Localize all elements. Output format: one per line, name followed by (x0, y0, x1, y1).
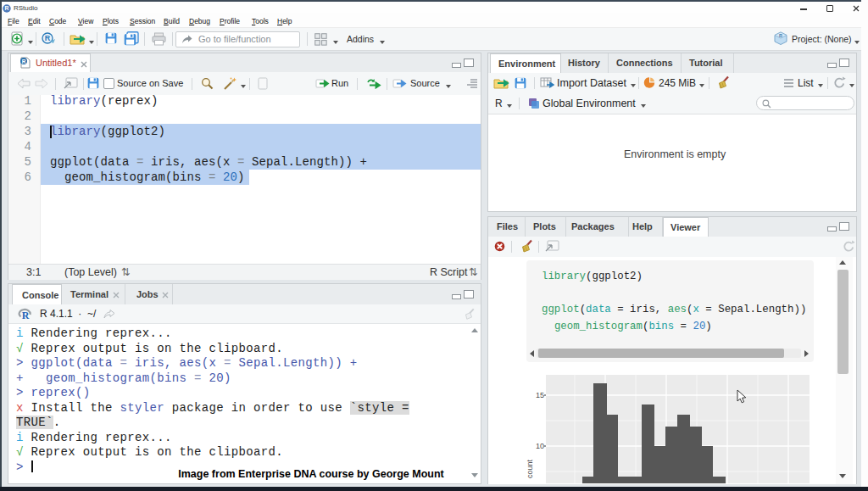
svg-text:R: R (5, 5, 9, 11)
svg-text:count: count (526, 459, 534, 478)
svg-text:R: R (22, 59, 26, 64)
svg-text:15: 15 (536, 391, 544, 399)
svg-text:R: R (45, 34, 51, 42)
svg-text:R: R (779, 33, 782, 38)
svg-text:10: 10 (536, 442, 544, 450)
svg-text:R: R (22, 310, 30, 321)
